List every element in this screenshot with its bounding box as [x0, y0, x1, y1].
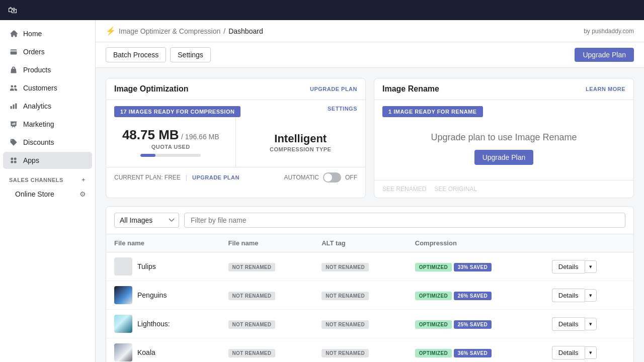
- col-actions: [544, 234, 633, 252]
- alt-tag-badge: NOT RENAMED: [321, 292, 369, 300]
- quota-progress-bar: [140, 154, 201, 157]
- optimized-badge: OPTIMIZED: [415, 263, 452, 272]
- details-button[interactable]: Details: [552, 289, 585, 302]
- upgrade-plan-button[interactable]: Upgrade Plan: [575, 48, 634, 62]
- sidebar-item-home-label: Home: [23, 30, 42, 38]
- image-rename-card-header: Image Rename LEARN MORE: [374, 78, 633, 100]
- col-compression: Compression: [407, 234, 544, 252]
- file-name-text: Koala: [137, 348, 155, 356]
- compression-badge-cell: OPTIMIZED 33% SAVED: [407, 252, 544, 281]
- file-thumbnail: [114, 343, 132, 361]
- rename-ready-banner: 1 IMAGE READY FOR RENAME: [382, 106, 483, 117]
- image-optimization-inner: 48.75 MB / 196.66 MB QUOTA USED Intellig…: [106, 117, 365, 167]
- file-rename-badge-cell: NOT RENAMED: [220, 281, 314, 310]
- sidebar-item-discounts[interactable]: Discounts: [3, 134, 92, 151]
- file-name-cell: Penguins: [106, 281, 220, 310]
- image-filter-select[interactable]: All Images Optimized Not Optimized: [114, 213, 179, 228]
- alt-tag-badge: NOT RENAMED: [321, 349, 369, 357]
- file-rename-badge-cell: NOT RENAMED: [220, 252, 314, 281]
- add-sales-channel-icon[interactable]: ＋: [80, 176, 87, 184]
- orders-icon: [9, 47, 18, 56]
- toolbar-left: Batch Process Settings: [106, 47, 211, 62]
- file-list-card: All Images Optimized Not Optimized File …: [106, 206, 634, 362]
- details-dropdown-button[interactable]: ▾: [585, 318, 597, 330]
- sidebar-item-products-label: Products: [23, 66, 51, 74]
- alt-tag-badge-cell: NOT RENAMED: [313, 338, 407, 363]
- optimized-badge: OPTIMIZED: [415, 320, 452, 329]
- saved-badge: 33% SAVED: [454, 263, 492, 272]
- image-optimization-title: Image Optimization: [114, 84, 189, 94]
- file-thumbnail: [114, 257, 132, 276]
- file-name-cell: Lighthous:: [106, 310, 220, 338]
- app-name: Image Optimizer & Compression: [119, 27, 220, 35]
- col-rename-name: File name: [220, 234, 314, 252]
- breadcrumb-current: Dashboard: [228, 27, 263, 35]
- online-store-label: Online Store: [15, 190, 54, 198]
- file-rename-badge-cell: NOT RENAMED: [220, 310, 314, 338]
- col-file-name: File name: [106, 234, 220, 252]
- sidebar-item-customers[interactable]: Customers: [3, 79, 92, 97]
- compression-type: Intelligent: [274, 132, 327, 145]
- learn-more-link[interactable]: LEARN MORE: [586, 86, 625, 92]
- home-icon: [9, 29, 18, 38]
- sidebar-item-analytics[interactable]: Analytics: [3, 98, 92, 115]
- customers-icon: [9, 83, 18, 93]
- file-filter-row: All Images Optimized Not Optimized: [106, 207, 633, 234]
- rename-footer: SEE RENAMED SEE ORIGINAL: [374, 180, 633, 198]
- inline-upgrade-button[interactable]: Upgrade Plan: [474, 150, 534, 165]
- automatic-label: AUTOMATIC: [284, 174, 319, 181]
- file-thumbnail: [114, 286, 132, 304]
- cards-row: Image Optimization UPGRADE PLAN 17 IMAGE…: [106, 78, 634, 198]
- by-text: by pushdaddy.com: [584, 28, 634, 35]
- alt-tag-badge-cell: NOT RENAMED: [313, 281, 407, 310]
- image-rename-inner: Upgrade plan to use Image Rename Upgrade…: [374, 117, 633, 180]
- details-button[interactable]: Details: [552, 317, 585, 331]
- sidebar-item-orders[interactable]: Orders: [3, 43, 92, 60]
- footer-upgrade-link[interactable]: UPGRADE PLAN: [192, 174, 239, 180]
- sidebar-item-orders-label: Orders: [23, 48, 45, 56]
- table-header-row: File name File name ALT tag Compression: [106, 234, 633, 252]
- sidebar-item-online-store[interactable]: Online Store ⚙: [3, 187, 92, 202]
- quota-progress-fill: [140, 154, 155, 157]
- quota-used-mb: 48.75 MB / 196.66 MB: [122, 127, 219, 143]
- discounts-icon: [9, 138, 18, 147]
- sidebar-item-apps[interactable]: Apps: [3, 152, 92, 169]
- details-dropdown-button[interactable]: ▾: [585, 289, 597, 302]
- file-name-text: Lighthous:: [137, 320, 170, 328]
- details-button[interactable]: Details: [552, 346, 585, 359]
- rename-message: Upgrade plan to use Image Rename: [431, 132, 577, 143]
- file-name-filter-input[interactable]: [184, 213, 625, 228]
- file-rename-badge: NOT RENAMED: [228, 320, 276, 329]
- sidebar-item-home[interactable]: Home: [3, 25, 92, 42]
- optimized-badge: OPTIMIZED: [415, 349, 452, 357]
- table-row: Penguins NOT RENAMEDNOT RENAMEDOPTIMIZED…: [106, 281, 633, 310]
- sidebar-item-products[interactable]: Products: [3, 61, 92, 78]
- settings-button[interactable]: Settings: [170, 47, 211, 62]
- compression-section: Intelligent COMPRESSION TYPE: [236, 117, 366, 167]
- sidebar-item-marketing[interactable]: Marketing: [3, 116, 92, 133]
- automatic-toggle-section: AUTOMATIC OFF: [284, 172, 357, 183]
- saved-badge: 26% SAVED: [454, 292, 492, 300]
- table-row: Tulips NOT RENAMEDNOT RENAMEDOPTIMIZED 3…: [106, 252, 633, 281]
- settings-link[interactable]: SETTINGS: [328, 106, 357, 112]
- breadcrumb-separator: /: [223, 27, 225, 35]
- saved-badge: 36% SAVED: [454, 349, 492, 357]
- automatic-toggle[interactable]: [323, 172, 341, 183]
- current-plan-text: CURRENT PLAN: FREE: [114, 174, 181, 181]
- file-rename-badge: NOT RENAMED: [228, 263, 276, 272]
- quota-label: QUOTA USED: [151, 144, 190, 150]
- file-thumbnail: [114, 315, 132, 333]
- rename-footer-item-2: SEE ORIGINAL: [434, 186, 477, 193]
- batch-process-button[interactable]: Batch Process: [106, 47, 166, 62]
- file-name-cell: Koala: [106, 338, 220, 363]
- alt-tag-badge: NOT RENAMED: [321, 263, 369, 272]
- details-dropdown-button[interactable]: ▾: [585, 346, 597, 359]
- details-dropdown-button[interactable]: ▾: [585, 260, 597, 273]
- analytics-icon: [9, 102, 18, 111]
- settings-gear-icon[interactable]: ⚙: [79, 190, 86, 198]
- table-row: Lighthous: NOT RENAMEDNOT RENAMEDOPTIMIZ…: [106, 310, 633, 338]
- shop-logo: 🛍: [8, 5, 17, 16]
- details-button[interactable]: Details: [552, 260, 585, 274]
- image-optimization-upgrade-link[interactable]: UPGRADE PLAN: [310, 86, 357, 92]
- actions-cell: Details ▾: [544, 310, 633, 338]
